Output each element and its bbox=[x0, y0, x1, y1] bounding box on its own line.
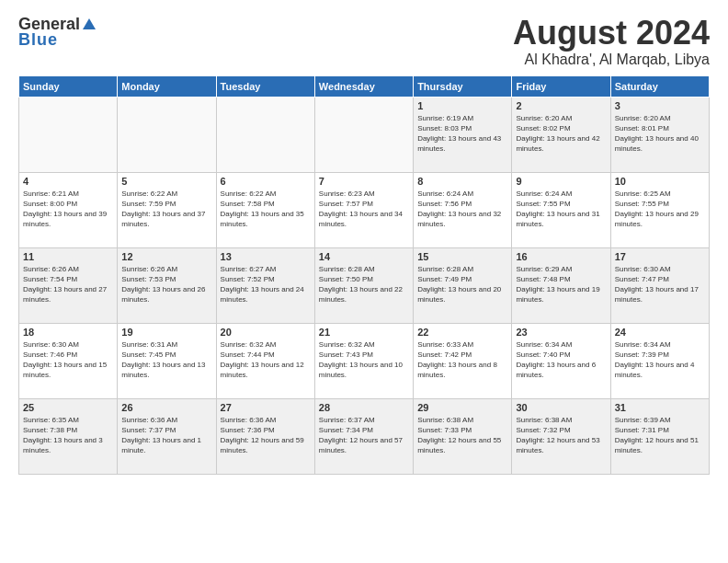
day-number: 3 bbox=[615, 100, 705, 111]
day-info: Sunrise: 6:24 AMSunset: 7:55 PMDaylight:… bbox=[516, 189, 606, 230]
calendar-cell: 29Sunrise: 6:38 AMSunset: 7:33 PMDayligh… bbox=[414, 398, 512, 474]
day-info: Sunrise: 6:38 AMSunset: 7:33 PMDaylight:… bbox=[417, 415, 507, 456]
logo: General Blue bbox=[18, 15, 98, 50]
col-wednesday: Wednesday bbox=[314, 75, 413, 97]
calendar-week-row-3: 18Sunrise: 6:30 AMSunset: 7:46 PMDayligh… bbox=[19, 323, 710, 398]
day-number: 4 bbox=[23, 176, 113, 187]
day-number: 1 bbox=[417, 100, 507, 111]
calendar-cell: 24Sunrise: 6:34 AMSunset: 7:39 PMDayligh… bbox=[610, 323, 709, 398]
col-tuesday: Tuesday bbox=[216, 75, 314, 97]
day-number: 11 bbox=[23, 251, 113, 262]
calendar-cell: 14Sunrise: 6:28 AMSunset: 7:50 PMDayligh… bbox=[314, 247, 413, 323]
day-number: 26 bbox=[121, 402, 211, 413]
day-number: 12 bbox=[121, 251, 211, 262]
day-number: 16 bbox=[516, 251, 606, 262]
calendar-week-row-4: 25Sunrise: 6:35 AMSunset: 7:38 PMDayligh… bbox=[19, 398, 710, 474]
day-info: Sunrise: 6:28 AMSunset: 7:49 PMDaylight:… bbox=[417, 264, 507, 305]
day-info: Sunrise: 6:32 AMSunset: 7:44 PMDaylight:… bbox=[221, 339, 311, 381]
day-info: Sunrise: 6:39 AMSunset: 7:31 PMDaylight:… bbox=[615, 415, 705, 456]
day-info: Sunrise: 6:34 AMSunset: 7:39 PMDaylight:… bbox=[615, 339, 705, 381]
calendar-cell: 31Sunrise: 6:39 AMSunset: 7:31 PMDayligh… bbox=[610, 398, 709, 474]
calendar-cell: 21Sunrise: 6:32 AMSunset: 7:43 PMDayligh… bbox=[314, 323, 413, 398]
calendar-cell: 16Sunrise: 6:29 AMSunset: 7:48 PMDayligh… bbox=[512, 247, 610, 323]
day-number: 10 bbox=[615, 176, 705, 187]
day-info: Sunrise: 6:31 AMSunset: 7:45 PMDaylight:… bbox=[121, 339, 211, 381]
day-info: Sunrise: 6:21 AMSunset: 8:00 PMDaylight:… bbox=[23, 189, 113, 230]
calendar-cell: 17Sunrise: 6:30 AMSunset: 7:47 PMDayligh… bbox=[610, 247, 709, 323]
day-info: Sunrise: 6:24 AMSunset: 7:56 PMDaylight:… bbox=[417, 189, 507, 230]
calendar-table: Sunday Monday Tuesday Wednesday Thursday… bbox=[18, 75, 710, 475]
calendar-cell: 28Sunrise: 6:37 AMSunset: 7:34 PMDayligh… bbox=[314, 398, 413, 474]
calendar-cell: 12Sunrise: 6:26 AMSunset: 7:53 PMDayligh… bbox=[118, 247, 216, 323]
day-info: Sunrise: 6:37 AMSunset: 7:34 PMDaylight:… bbox=[319, 415, 409, 456]
day-number: 17 bbox=[615, 251, 705, 262]
col-thursday: Thursday bbox=[414, 75, 512, 97]
day-info: Sunrise: 6:26 AMSunset: 7:53 PMDaylight:… bbox=[121, 264, 211, 305]
day-number: 31 bbox=[615, 402, 705, 413]
col-friday: Friday bbox=[512, 75, 610, 97]
day-info: Sunrise: 6:38 AMSunset: 7:32 PMDaylight:… bbox=[516, 415, 606, 456]
day-info: Sunrise: 6:23 AMSunset: 7:57 PMDaylight:… bbox=[319, 189, 409, 230]
day-info: Sunrise: 6:26 AMSunset: 7:54 PMDaylight:… bbox=[23, 264, 113, 305]
calendar-cell: 15Sunrise: 6:28 AMSunset: 7:49 PMDayligh… bbox=[414, 247, 512, 323]
svg-marker-0 bbox=[83, 18, 96, 29]
day-info: Sunrise: 6:34 AMSunset: 7:40 PMDaylight:… bbox=[516, 339, 606, 381]
calendar-cell: 2Sunrise: 6:20 AMSunset: 8:02 PMDaylight… bbox=[512, 97, 610, 172]
day-number: 21 bbox=[319, 327, 409, 338]
col-sunday: Sunday bbox=[19, 75, 118, 97]
day-number: 20 bbox=[221, 327, 311, 338]
calendar-cell bbox=[216, 97, 314, 172]
day-number: 7 bbox=[319, 176, 409, 187]
day-number: 9 bbox=[516, 176, 606, 187]
day-number: 13 bbox=[221, 251, 311, 262]
day-info: Sunrise: 6:36 AMSunset: 7:37 PMDaylight:… bbox=[121, 415, 211, 456]
calendar-cell bbox=[19, 97, 118, 172]
calendar-cell: 30Sunrise: 6:38 AMSunset: 7:32 PMDayligh… bbox=[512, 398, 610, 474]
logo-blue-text: Blue bbox=[18, 30, 58, 50]
day-info: Sunrise: 6:30 AMSunset: 7:47 PMDaylight:… bbox=[615, 264, 705, 305]
calendar-cell: 20Sunrise: 6:32 AMSunset: 7:44 PMDayligh… bbox=[216, 323, 314, 398]
day-info: Sunrise: 6:28 AMSunset: 7:50 PMDaylight:… bbox=[319, 264, 409, 305]
day-info: Sunrise: 6:30 AMSunset: 7:46 PMDaylight:… bbox=[23, 339, 113, 381]
calendar-cell: 8Sunrise: 6:24 AMSunset: 7:56 PMDaylight… bbox=[414, 172, 512, 247]
header: General Blue August 2024 Al Khadra', Al … bbox=[18, 15, 710, 68]
calendar-cell: 19Sunrise: 6:31 AMSunset: 7:45 PMDayligh… bbox=[118, 323, 216, 398]
calendar-cell: 9Sunrise: 6:24 AMSunset: 7:55 PMDaylight… bbox=[512, 172, 610, 247]
calendar-week-row-1: 4Sunrise: 6:21 AMSunset: 8:00 PMDaylight… bbox=[19, 172, 710, 247]
title-block: August 2024 Al Khadra', Al Marqab, Libya bbox=[513, 15, 710, 68]
calendar-week-row-2: 11Sunrise: 6:26 AMSunset: 7:54 PMDayligh… bbox=[19, 247, 710, 323]
day-info: Sunrise: 6:27 AMSunset: 7:52 PMDaylight:… bbox=[221, 264, 311, 305]
day-number: 15 bbox=[417, 251, 507, 262]
day-info: Sunrise: 6:20 AMSunset: 8:01 PMDaylight:… bbox=[615, 113, 705, 155]
day-number: 5 bbox=[121, 176, 211, 187]
page: General Blue August 2024 Al Khadra', Al … bbox=[0, 0, 728, 563]
day-info: Sunrise: 6:33 AMSunset: 7:42 PMDaylight:… bbox=[417, 339, 507, 381]
calendar-cell: 18Sunrise: 6:30 AMSunset: 7:46 PMDayligh… bbox=[19, 323, 118, 398]
calendar-cell: 25Sunrise: 6:35 AMSunset: 7:38 PMDayligh… bbox=[19, 398, 118, 474]
calendar-header-row: Sunday Monday Tuesday Wednesday Thursday… bbox=[19, 75, 710, 97]
calendar-cell bbox=[314, 97, 413, 172]
logo-icon bbox=[81, 17, 97, 33]
calendar-cell: 11Sunrise: 6:26 AMSunset: 7:54 PMDayligh… bbox=[19, 247, 118, 323]
calendar-cell: 5Sunrise: 6:22 AMSunset: 7:59 PMDaylight… bbox=[118, 172, 216, 247]
calendar-cell: 22Sunrise: 6:33 AMSunset: 7:42 PMDayligh… bbox=[414, 323, 512, 398]
day-number: 24 bbox=[615, 327, 705, 338]
day-info: Sunrise: 6:19 AMSunset: 8:03 PMDaylight:… bbox=[417, 113, 507, 155]
day-info: Sunrise: 6:32 AMSunset: 7:43 PMDaylight:… bbox=[319, 339, 409, 381]
calendar-cell: 26Sunrise: 6:36 AMSunset: 7:37 PMDayligh… bbox=[118, 398, 216, 474]
calendar-cell: 7Sunrise: 6:23 AMSunset: 7:57 PMDaylight… bbox=[314, 172, 413, 247]
day-number: 23 bbox=[516, 327, 606, 338]
calendar-cell: 6Sunrise: 6:22 AMSunset: 7:58 PMDaylight… bbox=[216, 172, 314, 247]
day-info: Sunrise: 6:22 AMSunset: 7:58 PMDaylight:… bbox=[221, 189, 311, 230]
calendar-cell: 13Sunrise: 6:27 AMSunset: 7:52 PMDayligh… bbox=[216, 247, 314, 323]
calendar-cell: 10Sunrise: 6:25 AMSunset: 7:55 PMDayligh… bbox=[610, 172, 709, 247]
day-info: Sunrise: 6:25 AMSunset: 7:55 PMDaylight:… bbox=[615, 189, 705, 230]
calendar-cell: 3Sunrise: 6:20 AMSunset: 8:01 PMDaylight… bbox=[610, 97, 709, 172]
day-number: 28 bbox=[319, 402, 409, 413]
day-info: Sunrise: 6:29 AMSunset: 7:48 PMDaylight:… bbox=[516, 264, 606, 305]
calendar-cell: 1Sunrise: 6:19 AMSunset: 8:03 PMDaylight… bbox=[414, 97, 512, 172]
day-number: 8 bbox=[417, 176, 507, 187]
day-number: 14 bbox=[319, 251, 409, 262]
location-title: Al Khadra', Al Marqab, Libya bbox=[513, 52, 710, 68]
calendar-cell: 27Sunrise: 6:36 AMSunset: 7:36 PMDayligh… bbox=[216, 398, 314, 474]
